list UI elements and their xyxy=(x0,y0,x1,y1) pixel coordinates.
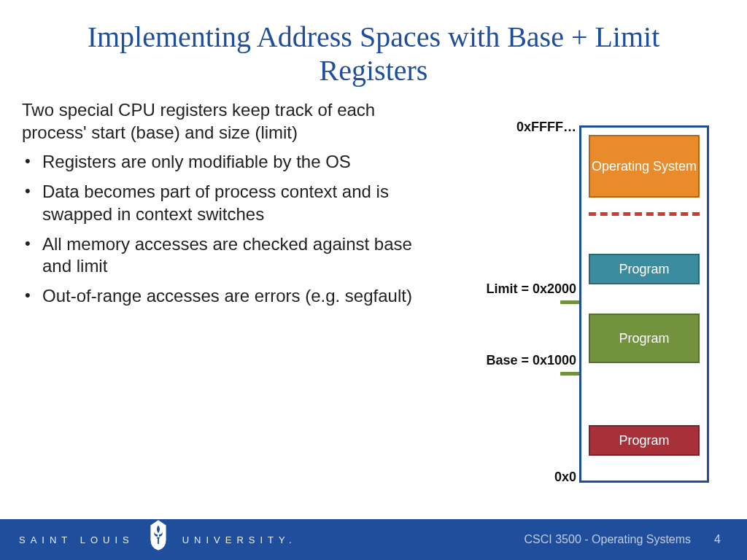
program-block-teal: Program xyxy=(589,254,700,284)
bullet-list: Registers are only modifiable by the OS … xyxy=(22,151,412,307)
brand-word-right: UNIVERSITY. xyxy=(182,534,297,545)
bullet-item: Out-of-range accesses are errors (e.g. s… xyxy=(42,285,412,308)
lead-paragraph: Two special CPU registers keep track of … xyxy=(22,99,412,144)
slide: Implementing Address Spaces with Base + … xyxy=(0,0,747,560)
slide-footer: SAINT LOUIS UNIVERSITY. CSCI 3500 - Oper… xyxy=(0,519,747,560)
program-block-green: Program xyxy=(589,314,700,363)
slide-body: Two special CPU registers keep track of … xyxy=(0,93,747,315)
course-label: CSCI 3500 - Operating Systems xyxy=(525,533,692,546)
slide-title: Implementing Address Spaces with Base + … xyxy=(0,0,747,93)
address-top-label: 0xFFFF… xyxy=(516,120,576,135)
brand-word-left: SAINT LOUIS xyxy=(19,534,134,545)
os-boundary-dash xyxy=(589,212,700,216)
os-block: Operating System xyxy=(589,135,700,198)
bullet-item: All memory accesses are checked against … xyxy=(42,233,412,278)
bullet-item: Data becomes part of process context and… xyxy=(42,181,412,225)
address-bottom-label: 0x0 xyxy=(554,470,576,485)
memory-diagram: 0xFFFF… 0x0 Limit = 0x2000 Base = 0x1000… xyxy=(419,99,732,315)
program-block-red: Program xyxy=(589,425,700,456)
fleur-de-lis-icon xyxy=(144,518,172,552)
page-number: 4 xyxy=(714,533,721,546)
base-label: Base = 0x1000 xyxy=(486,353,576,368)
footer-brand: SAINT LOUIS UNIVERSITY. xyxy=(0,523,297,556)
bullet-item: Registers are only modifiable by the OS xyxy=(42,151,412,174)
footer-meta: CSCI 3500 - Operating Systems 4 xyxy=(525,533,747,546)
limit-label: Limit = 0x2000 xyxy=(486,281,576,297)
memory-box: Operating System Program Program Program xyxy=(579,125,709,483)
text-column: Two special CPU registers keep track of … xyxy=(22,99,419,315)
